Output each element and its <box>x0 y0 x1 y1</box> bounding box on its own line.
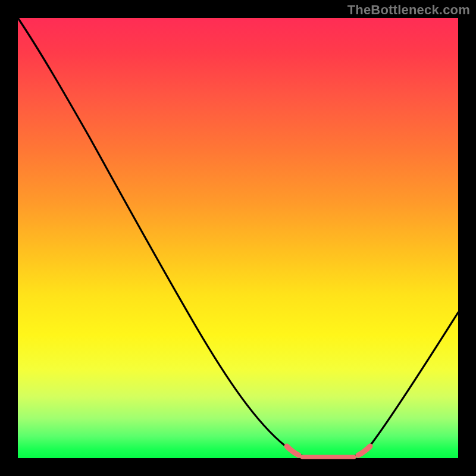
chart-frame: TheBottleneck.com <box>0 0 476 476</box>
optimal-start-marker <box>287 446 299 455</box>
watermark-text: TheBottleneck.com <box>347 2 470 18</box>
chart-svg <box>18 18 458 458</box>
plot-area <box>18 18 458 458</box>
optimal-end-marker <box>358 446 370 455</box>
bottleneck-curve <box>18 18 458 457</box>
